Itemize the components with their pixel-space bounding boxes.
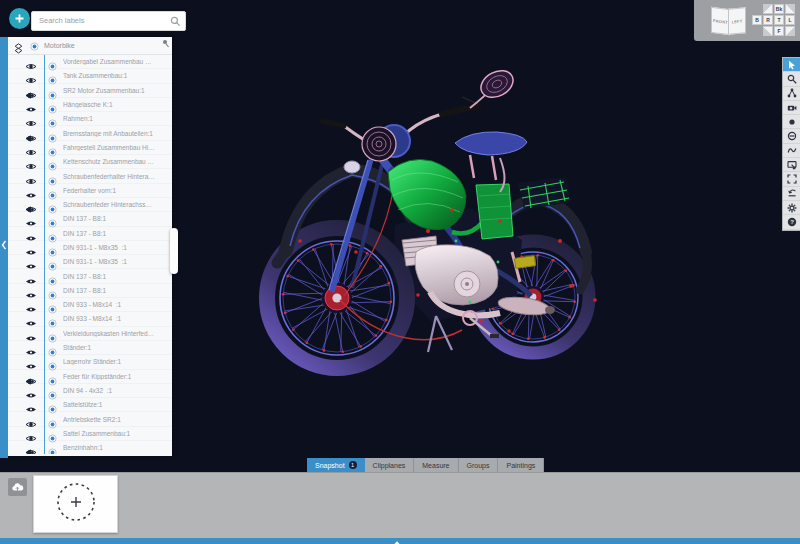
radio-icon[interactable]	[48, 143, 57, 152]
eye-filled-icon[interactable]	[25, 229, 38, 238]
radio-icon[interactable]	[48, 329, 57, 338]
view-back[interactable]: Bk	[774, 4, 784, 14]
tree-item[interactable]: Schraubenfederhalter Hinterachsschwinge:…	[8, 169, 172, 183]
eye-half-icon[interactable]	[25, 200, 38, 209]
tab-paintings[interactable]: Paintings	[498, 458, 544, 472]
radio-icon[interactable]	[48, 343, 57, 352]
side-panel[interactable]	[476, 184, 513, 239]
help-tool[interactable]: ?	[783, 215, 800, 229]
tree-item[interactable]: Vordergabel Zusammenbau mit Rad:1	[8, 55, 172, 69]
radio-icon[interactable]	[48, 214, 57, 223]
fullscreen-tool[interactable]	[783, 172, 800, 186]
view-front[interactable]: F	[774, 26, 784, 36]
tree-item[interactable]: Feder für Kippständer:1	[8, 370, 172, 384]
eye-filled-icon[interactable]	[25, 357, 38, 366]
radio-icon[interactable]	[48, 172, 57, 181]
eye-half-icon[interactable]	[25, 443, 38, 452]
zoom-tool[interactable]	[783, 72, 800, 86]
radio-icon[interactable]	[48, 286, 57, 295]
radio-icon[interactable]	[48, 415, 57, 424]
radio-icon[interactable]	[48, 429, 57, 438]
tab-measure[interactable]: Measure	[414, 458, 458, 472]
radio-icon[interactable]	[48, 272, 57, 281]
electric-box[interactable]	[514, 256, 535, 269]
collapse-all-icon[interactable]	[13, 40, 24, 51]
eye-filled-icon[interactable]	[25, 386, 38, 395]
radio-icon[interactable]	[48, 300, 57, 309]
tree-item[interactable]: Antriebskette SR2:1	[8, 412, 172, 426]
radio-icon[interactable]	[30, 37, 39, 55]
eye-filled-icon[interactable]	[25, 100, 38, 109]
tree-item[interactable]: Tank Zusammenbau:1	[8, 69, 172, 83]
eye-half-icon[interactable]	[25, 129, 38, 138]
radio-icon[interactable]	[48, 386, 57, 395]
upload-snapshot-button[interactable]	[8, 478, 27, 496]
radio-icon[interactable]	[48, 243, 57, 252]
eye-outline-icon[interactable]	[25, 114, 38, 123]
radio-icon[interactable]	[48, 257, 57, 266]
tree-item[interactable]: DIN 931-1 - M8x35_:1	[8, 241, 172, 255]
radio-icon[interactable]	[48, 114, 57, 123]
eye-filled-icon[interactable]	[25, 286, 38, 295]
select-tool[interactable]	[783, 58, 800, 72]
view-top[interactable]: T	[774, 15, 784, 25]
radio-icon[interactable]	[48, 229, 57, 238]
tree-scrollbar-thumb[interactable]	[170, 228, 178, 274]
tree-item[interactable]: Rahmen:1	[8, 112, 172, 126]
tree-item[interactable]: DIN 931-1 - M8x35_:1	[8, 255, 172, 269]
search-input[interactable]	[31, 11, 186, 31]
tree-item[interactable]: Federhalter vorn:1	[8, 184, 172, 198]
eye-filled-icon[interactable]	[25, 343, 38, 352]
radio-icon[interactable]	[48, 314, 57, 323]
eye-filled-icon[interactable]	[25, 329, 38, 338]
seat[interactable]	[455, 132, 527, 155]
sidebar-collapse-handle[interactable]	[0, 37, 8, 458]
tree-item[interactable]: DIN 933 - M8x14_:1	[8, 312, 172, 326]
tree-item[interactable]: DIN 137 - B8:1	[8, 269, 172, 283]
paint-tool[interactable]	[783, 115, 800, 129]
radio-icon[interactable]	[48, 71, 57, 80]
eye-outline-icon[interactable]	[25, 57, 38, 66]
eye-filled-icon[interactable]	[25, 300, 38, 309]
tree-item[interactable]: Verkleidungskasten Hinterfeder:1	[8, 327, 172, 341]
tree-item[interactable]: Ständer:1	[8, 341, 172, 355]
view-right[interactable]: R	[763, 15, 773, 25]
add-label-button[interactable]	[9, 8, 30, 29]
tree-item[interactable]: DIN 137 - B8:1	[8, 212, 172, 226]
radio-icon[interactable]	[48, 400, 57, 409]
eye-filled-icon[interactable]	[25, 243, 38, 252]
tree-item[interactable]: Sattel Zusammenbau:1	[8, 427, 172, 441]
tab-snapshot[interactable]: Snapshot1	[307, 458, 365, 472]
tree-item[interactable]: Benzinhahn:1	[8, 441, 172, 454]
view-page-left[interactable]: LEFT	[728, 7, 746, 35]
flip-tool[interactable]	[783, 187, 800, 201]
eye-outline-icon[interactable]	[25, 429, 38, 438]
eye-filled-icon[interactable]	[25, 400, 38, 409]
eye-outline-icon[interactable]	[25, 143, 38, 152]
eye-filled-icon[interactable]	[25, 314, 38, 323]
tree-item[interactable]: Fahrgestell Zusammenbau Hinterrad:1	[8, 141, 172, 155]
eye-filled-icon[interactable]	[25, 186, 38, 195]
tray-expand-bar[interactable]	[0, 538, 800, 544]
radio-icon[interactable]	[48, 86, 57, 95]
tree-item[interactable]: SR2 Motor Zusammenbau:1	[8, 84, 172, 98]
radio-icon[interactable]	[48, 57, 57, 66]
present-tool[interactable]	[783, 158, 800, 172]
tree-item[interactable]: DIN 137 - B8:1	[8, 284, 172, 298]
motorbike-model[interactable]	[267, 65, 597, 368]
radio-icon[interactable]	[48, 129, 57, 138]
tab-groups[interactable]: Groups	[459, 458, 499, 472]
tree-item[interactable]: DIN 137 - B8:1	[8, 227, 172, 241]
tab-clipplanes[interactable]: Clipplanes	[365, 458, 415, 472]
view-left[interactable]: L	[785, 15, 795, 25]
tree-item[interactable]: Schraubenfeder Hinterachsschwinge:1	[8, 198, 172, 212]
radio-icon[interactable]	[48, 200, 57, 209]
tree-item[interactable]: Sattelstütze:1	[8, 398, 172, 412]
tree-item[interactable]: Hängelasche K:1	[8, 98, 172, 112]
snapshot-tool[interactable]	[783, 101, 800, 115]
eye-filled-icon[interactable]	[25, 214, 38, 223]
eye-half-icon[interactable]	[25, 372, 38, 381]
tree-item[interactable]: Lagerrohr Ständer:1	[8, 355, 172, 369]
eye-outline-icon[interactable]	[25, 71, 38, 80]
view-bottom[interactable]: B	[752, 15, 762, 25]
